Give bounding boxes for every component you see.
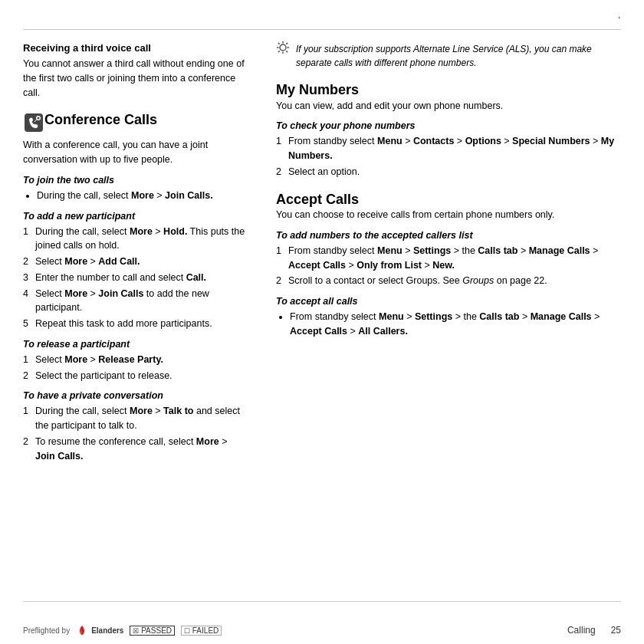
elanders-logo: Elanders [76,624,123,636]
release-item-1: 1Select More > Release Party. [23,353,245,367]
add-item-2: 2Select More > Add Call. [23,255,245,269]
conference-body: With a conference call, you can have a j… [23,138,245,167]
failed-badge: ☐ FAILED [181,626,222,636]
all-calls-title: To accept all calls [276,296,621,307]
svg-line-11 [286,43,288,44]
preflight-label: Preflighted by [23,626,70,635]
svg-point-4 [280,44,286,51]
private-title: To have a private conversation [23,390,245,401]
page-container: . Receiving a third voice call You canno… [0,0,644,644]
tip-box: If your subscription supports Alternate … [276,42,621,70]
accept-calls-body: You can choose to receive calls from cer… [276,208,621,222]
check-title: To check your phone numbers [276,120,621,131]
conference-icon [23,112,44,133]
conference-section: Conference Calls With a conference call,… [23,112,245,463]
bottom-border [23,601,621,602]
svg-line-12 [278,51,280,52]
add-callers-item-1: 1From standby select Menu > Settings > t… [276,244,621,273]
my-numbers-heading: My Numbers [276,82,621,99]
private-item-1: 1During the call, select More > Talk to … [23,404,245,433]
add-list: 1During the call, select More > Hold. Th… [23,225,245,331]
release-item-2: 2Select the participant to release. [23,369,245,383]
tip-text: If your subscription supports Alternate … [296,42,621,70]
add-item-5: 5Repeat this task to add more participan… [23,317,245,331]
add-callers-list: 1From standby select Menu > Settings > t… [276,244,621,288]
private-list: 1During the call, select More > Talk to … [23,404,245,463]
conference-header: Conference Calls [23,112,245,133]
svg-line-10 [286,51,288,52]
tip-icon [276,41,290,58]
right-column: If your subscription supports Alternate … [261,42,621,598]
main-content: Receiving a third voice call You cannot … [23,42,621,598]
svg-point-2 [38,117,40,120]
my-numbers-body: You can view, add and edit your own phon… [276,99,621,113]
accept-calls-heading: Accept Calls [276,192,621,209]
calling-label: Calling [567,625,596,636]
svg-line-9 [278,43,280,44]
accept-calls-section: Accept Calls You can choose to receive c… [276,192,621,339]
top-border [23,29,621,30]
release-title: To release a participant [23,339,245,350]
receiving-section: Receiving a third voice call You cannot … [23,42,245,100]
add-title: To add a new participant [23,211,245,222]
conference-heading: Conference Calls [44,112,157,129]
all-calls-item-1: From standby select Menu > Settings > th… [290,310,621,339]
footer: Preflighted by Elanders ☒ PASSED ☐ FAILE… [23,624,621,636]
add-item-4: 4Select More > Join Calls to add the new… [23,287,245,316]
my-numbers-section: My Numbers You can view, add and edit yo… [276,82,621,179]
add-callers-item-2: 2Scroll to a contact or select Groups. S… [276,274,621,288]
svg-rect-0 [25,113,43,132]
left-column: Receiving a third voice call You cannot … [23,42,261,598]
corner-mark-top-right: . [618,8,621,21]
page-number: 25 [611,625,621,636]
elanders-name: Elanders [91,626,123,635]
join-list: During the call, select More > Join Call… [37,189,245,203]
footer-preflight: Preflighted by Elanders ☒ PASSED ☐ FAILE… [23,624,222,636]
release-list: 1Select More > Release Party. 2Select th… [23,353,245,383]
passed-badge: ☒ PASSED [130,626,175,636]
add-item-1: 1During the call, select More > Hold. Th… [23,225,245,254]
add-callers-title: To add numbers to the accepted callers l… [276,230,621,241]
footer-page: Calling 25 [567,625,621,636]
check-item-1: 1From standby select Menu > Contacts > O… [276,134,621,163]
check-item-2: 2Select an option. [276,165,621,179]
check-list: 1From standby select Menu > Contacts > O… [276,134,621,179]
join-title: To join the two calls [23,175,245,186]
add-item-3: 3Enter the number to call and select Cal… [23,271,245,285]
receiving-title: Receiving a third voice call [23,42,245,54]
private-item-2: 2To resume the conference call, select M… [23,435,245,464]
join-item-1: During the call, select More > Join Call… [37,189,245,203]
all-calls-list: From standby select Menu > Settings > th… [290,310,621,339]
receiving-body: You cannot answer a third call without e… [23,57,245,100]
